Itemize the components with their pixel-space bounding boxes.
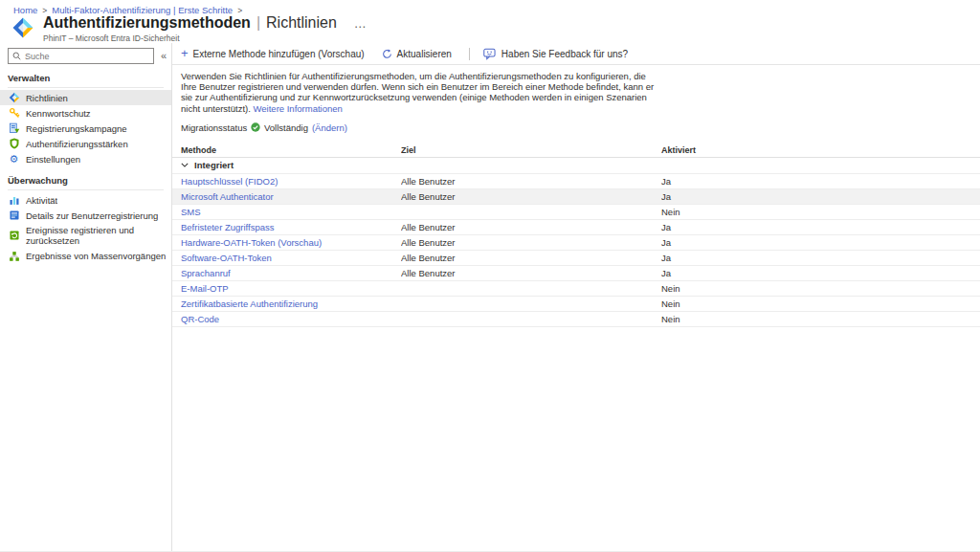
campaign-icon	[8, 122, 20, 134]
plus-icon: +	[181, 47, 189, 59]
more-options-icon[interactable]: …	[354, 16, 368, 31]
target-cell: Alle Benutzer	[401, 176, 661, 187]
sidebar-item-label: Kennwortschutz	[26, 108, 91, 119]
feedback-button[interactable]: Haben Sie Feedback für uns?	[483, 48, 628, 60]
method-link[interactable]: Hauptschlüssel (FIDO2)	[181, 176, 278, 187]
target-cell: Alle Benutzer	[401, 191, 661, 202]
check-circle-icon	[251, 122, 260, 132]
sidebar-item-benutzerregistrierung-details[interactable]: Details zur Benutzerregistrierung	[0, 208, 171, 223]
enabled-cell: Ja	[661, 191, 980, 202]
method-link[interactable]: Microsoft Authenticator	[181, 191, 274, 202]
enabled-cell: Nein	[661, 314, 980, 324]
search-input[interactable]	[25, 52, 149, 61]
page-title-blade: Richtlinien	[266, 14, 337, 31]
sidebar-search-row: «	[0, 48, 171, 64]
table-row[interactable]: QR-Code Nein	[172, 312, 980, 327]
enabled-cell: Nein	[661, 207, 980, 217]
title-divider: |	[256, 14, 260, 31]
chevron-down-icon	[181, 163, 189, 167]
method-link[interactable]: SMS	[181, 207, 201, 217]
migration-status-value: Vollständig (Ändern)	[251, 122, 347, 133]
target-cell: Alle Benutzer	[401, 237, 661, 248]
sidebar-item-label: Ereignisse registrieren und zurücksetzen	[26, 225, 167, 247]
column-header-ziel[interactable]: Ziel	[401, 145, 661, 155]
main-panel: + Externe Methode hinzufügen (Vorschau) …	[172, 43, 980, 551]
migration-status-label: Migrationsstatus	[181, 122, 251, 133]
table-row[interactable]: E-Mail-OTP Nein	[172, 281, 980, 297]
toolbar-divider	[469, 48, 470, 60]
column-header-methode[interactable]: Methode	[181, 145, 401, 155]
table-row[interactable]: Hardware-OATH-Token (Vorschau) Alle Benu…	[172, 235, 980, 251]
feedback-label: Haben Sie Feedback für uns?	[501, 49, 628, 59]
enabled-cell: Nein	[661, 283, 980, 294]
page-title-name: Authentifizierungsmethoden	[43, 14, 251, 31]
learn-more-link[interactable]: Weitere Informationen	[254, 103, 343, 114]
sidebar-item-authentifizierungsstaerken[interactable]: Authentifizierungsstärken	[0, 136, 171, 151]
enabled-cell: Ja	[661, 253, 980, 263]
table-row[interactable]: Zertifikatbasierte Authentifizierung Nei…	[172, 297, 980, 312]
sidebar-item-massenvorgaenge[interactable]: Ergebnisse von Massenvorgängen	[0, 249, 171, 264]
search-box	[8, 48, 154, 64]
search-icon	[12, 52, 21, 60]
method-link[interactable]: E-Mail-OTP	[181, 283, 229, 294]
table-row[interactable]: Software-OATH-Token Alle Benutzer Ja	[172, 251, 980, 266]
sidebar-item-kennwortschutz[interactable]: Kennwortschutz	[0, 105, 171, 121]
entra-authentication-methods-page: { "breadcrumb": { "separator": ">", "ite…	[0, 0, 980, 552]
refresh-icon	[382, 49, 392, 59]
enabled-cell: Nein	[661, 298, 980, 309]
column-header-aktiviert[interactable]: Aktiviert	[661, 145, 980, 155]
feedback-smiley-icon	[483, 48, 497, 60]
title-block: Authentifizierungsmethoden|Richtlinien… …	[43, 14, 368, 43]
method-link[interactable]: Software-OATH-Token	[181, 253, 272, 263]
sidebar-section-ueberwachung: Überwachung	[8, 175, 164, 190]
method-link[interactable]: QR-Code	[181, 314, 219, 324]
methods-table: Methode Ziel Aktiviert Integriert Haupts…	[172, 144, 980, 327]
refresh-label: Aktualisieren	[397, 49, 452, 59]
sidebar-item-label: Richtlinien	[26, 93, 68, 103]
sidebar-section-verwalten: Verwalten	[8, 73, 164, 88]
table-row[interactable]: Befristeter Zugriffspass Alle Benutzer J…	[172, 220, 980, 235]
add-external-method-label: Externe Methode hinzufügen (Vorschau)	[193, 49, 365, 59]
gear-icon: ⚙	[8, 154, 20, 165]
enabled-cell: Ja	[661, 176, 980, 187]
add-external-method-button[interactable]: + Externe Methode hinzufügen (Vorschau)	[181, 48, 365, 59]
sidebar-item-aktivitaet[interactable]: Aktivität	[0, 192, 171, 208]
method-link[interactable]: Sprachanruf	[181, 268, 231, 278]
command-bar: + Externe Methode hinzufügen (Vorschau) …	[172, 43, 980, 65]
table-group-row[interactable]: Integriert	[172, 158, 980, 174]
bulk-results-icon	[8, 251, 20, 262]
sidebar-item-registrierungskampagne[interactable]: Registrierungskampagne	[0, 121, 171, 136]
sidebar-item-ereignisse-zuruecksetzen[interactable]: Ereignisse registrieren und zurücksetzen	[0, 223, 171, 249]
method-link[interactable]: Befristeter Zugriffspass	[181, 222, 275, 232]
group-label: Integriert	[194, 160, 234, 170]
user-details-icon	[8, 210, 20, 221]
table-row[interactable]: Microsoft Authenticator Alle Benutzer Ja	[172, 189, 980, 205]
sidebar-item-label: Details zur Benutzerregistrierung	[26, 210, 158, 221]
migration-change-link[interactable]: (Ändern)	[312, 122, 347, 133]
sidebar-item-label: Authentifizierungsstärken	[26, 139, 128, 149]
sidebar-item-label: Aktivität	[26, 195, 57, 206]
tenant-subtitle: PhinIT – Microsoft Entra ID-Sicherheit	[43, 33, 368, 43]
entra-security-icon	[11, 16, 34, 39]
table-header-row: Methode Ziel Aktiviert	[172, 144, 980, 158]
policy-icon	[8, 92, 20, 103]
table-row[interactable]: Sprachanruf Alle Benutzer Ja	[172, 266, 980, 281]
blade-sidebar: « Verwalten Richtlinien Kennwortschutz R…	[0, 43, 172, 551]
method-link[interactable]: Hardware-OATH-Token (Vorschau)	[181, 237, 322, 248]
page-header: Authentifizierungsmethoden|Richtlinien… …	[11, 14, 368, 43]
table-row[interactable]: Hauptschlüssel (FIDO2) Alle Benutzer Ja	[172, 174, 980, 189]
sidebar-item-label: Registrierungskampagne	[26, 123, 127, 134]
sidebar-item-label: Einstellungen	[26, 154, 80, 165]
migration-status-row: Migrationsstatus Vollständig (Ändern)	[181, 122, 980, 133]
key-icon	[8, 107, 20, 119]
sidebar-item-einstellungen[interactable]: ⚙ Einstellungen	[0, 151, 171, 166]
table-row[interactable]: SMS Nein	[172, 205, 980, 220]
target-cell: Alle Benutzer	[401, 268, 661, 278]
enabled-cell: Ja	[661, 222, 980, 232]
method-link[interactable]: Zertifikatbasierte Authentifizierung	[181, 298, 318, 309]
page-title: Authentifizierungsmethoden|Richtlinien…	[43, 14, 368, 33]
sidebar-item-richtlinien[interactable]: Richtlinien	[0, 90, 171, 105]
content-area: « Verwalten Richtlinien Kennwortschutz R…	[0, 43, 980, 551]
collapse-sidebar-icon[interactable]: «	[161, 51, 167, 61]
refresh-button[interactable]: Aktualisieren	[382, 49, 452, 59]
